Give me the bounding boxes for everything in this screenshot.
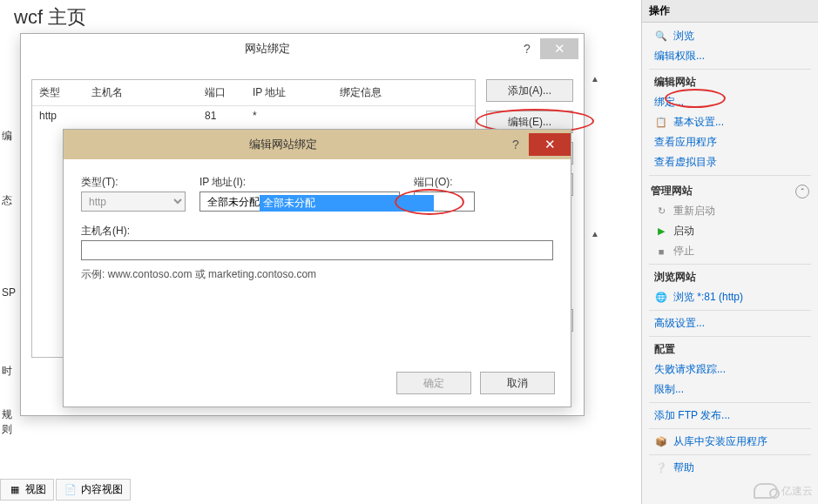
watermark-text: 亿速云: [781, 484, 813, 499]
section-label: 浏览网站: [654, 270, 696, 285]
content-view-tab[interactable]: 📄 内容视图: [56, 479, 131, 501]
action-label: 浏览 *:81 (http): [673, 290, 743, 305]
port-label: 端口(O):: [414, 175, 475, 190]
type-select: http: [81, 192, 186, 212]
left-txt: SP: [2, 286, 16, 299]
action-label: 帮助: [673, 460, 694, 475]
example-text: 示例: www.contoso.com 或 marketing.contoso.…: [81, 267, 553, 282]
play-icon: ▶: [654, 225, 668, 239]
watermark: 亿速云: [754, 483, 813, 499]
help-icon[interactable]: ?: [514, 42, 540, 56]
action-advanced[interactable]: 高级设置...: [642, 313, 818, 333]
section-manage-site: 管理网站ˆ: [642, 178, 818, 201]
left-txt: 态: [2, 193, 12, 208]
actions-panel: 操作 🔍浏览 编辑权限... 编辑网站 绑定... 📋基本设置... 查看应用程…: [641, 0, 818, 504]
close-icon[interactable]: ✕: [529, 133, 571, 156]
action-bindings[interactable]: 绑定...: [642, 92, 818, 112]
action-label: 基本设置...: [673, 115, 724, 130]
host-input[interactable]: [81, 240, 553, 260]
action-label: 停止: [673, 244, 694, 259]
restart-icon: ↻: [654, 205, 668, 218]
col-type[interactable]: 类型: [32, 80, 85, 105]
section-browse-site: 浏览网站: [642, 267, 818, 287]
gallery-icon: 📦: [654, 435, 668, 449]
action-add-ftp[interactable]: 添加 FTP 发布...: [642, 406, 818, 426]
action-start[interactable]: ▶启动: [642, 221, 818, 241]
section-label: 配置: [654, 342, 675, 357]
stop-icon: ■: [654, 245, 668, 259]
action-view-apps[interactable]: 查看应用程序: [642, 132, 818, 152]
action-browse-81[interactable]: 🌐浏览 *:81 (http): [642, 287, 818, 307]
content-view-label: 内容视图: [81, 482, 123, 497]
action-basic-settings[interactable]: 📋基本设置...: [642, 112, 818, 132]
collapse-icon[interactable]: ˆ: [795, 185, 809, 198]
view-icon: ▦: [8, 483, 22, 497]
cell-info: [333, 106, 475, 125]
view-tab-label: 视图: [25, 482, 46, 497]
action-label: 失败请求跟踪...: [654, 362, 726, 377]
action-install-gallery[interactable]: 📦从库中安装应用程序: [642, 432, 818, 452]
port-input[interactable]: [414, 192, 475, 212]
col-ip[interactable]: IP 地址: [246, 80, 333, 105]
content-icon: 📄: [64, 483, 78, 497]
globe-icon: 🌐: [654, 291, 668, 305]
section-label: 编辑网站: [654, 75, 696, 90]
action-label: 编辑权限...: [654, 49, 705, 64]
action-stop: ■停止: [642, 241, 818, 261]
section-edit-site: 编辑网站: [642, 72, 818, 92]
help-icon: ❔: [654, 461, 668, 475]
ip-label: IP 地址(I):: [199, 175, 400, 190]
action-label: 绑定...: [654, 95, 684, 110]
col-port[interactable]: 端口: [198, 80, 246, 105]
actions-header: 操作: [642, 0, 818, 23]
scroll-down-icon[interactable]: ▲: [591, 229, 599, 363]
cancel-button[interactable]: 取消: [480, 372, 555, 394]
table-row[interactable]: http 81 *: [32, 106, 475, 125]
action-limits[interactable]: 限制...: [642, 380, 818, 400]
action-label: 查看应用程序: [654, 135, 717, 150]
add-button[interactable]: 添加(A)...: [486, 79, 573, 102]
col-info[interactable]: 绑定信息: [333, 80, 475, 105]
cell-ip: *: [246, 106, 333, 125]
cell-type: http: [32, 106, 85, 125]
ip-select[interactable]: 全部未分配: [199, 192, 400, 212]
action-label: 添加 FTP 发布...: [654, 408, 730, 423]
view-tab[interactable]: ▦ 视图: [0, 479, 54, 501]
close-icon[interactable]: ✕: [540, 38, 578, 59]
action-help[interactable]: ❔帮助: [642, 458, 818, 478]
action-label: 启动: [673, 224, 694, 239]
action-view-vdirs[interactable]: 查看虚拟目录: [642, 152, 818, 172]
cell-host: [85, 106, 198, 125]
host-label: 主机名(H):: [81, 224, 553, 239]
ok-button[interactable]: 确定: [396, 372, 471, 394]
action-failed-req[interactable]: 失败请求跟踪...: [642, 360, 818, 380]
action-label: 重新启动: [673, 204, 715, 218]
action-label: 查看虚拟目录: [654, 155, 717, 170]
left-txt: 编: [2, 129, 12, 144]
edit-binding-dialog: 编辑网站绑定 ? ✕ 类型(T): http IP 地址(I): 全部未分配: [63, 129, 571, 407]
action-label: 从库中安装应用程序: [673, 434, 767, 449]
left-cropped-strip: 编 态 SP 时 规则: [0, 0, 15, 504]
page-title: wcf 主页: [14, 4, 86, 30]
action-label: 浏览: [673, 29, 694, 44]
settings-icon: 📋: [654, 116, 668, 130]
action-browse[interactable]: 🔍浏览: [642, 26, 818, 46]
cell-port: 81: [198, 106, 246, 125]
col-host[interactable]: 主机名: [85, 80, 198, 105]
help-icon[interactable]: ?: [503, 138, 529, 151]
browse-icon: 🔍: [654, 30, 668, 44]
action-restart: ↻重新启动: [642, 201, 818, 221]
type-label: 类型(T):: [81, 175, 186, 190]
section-config: 配置: [642, 339, 818, 360]
watermark-logo-icon: [754, 483, 778, 499]
left-txt: 规则: [2, 407, 15, 437]
section-label: 管理网站: [651, 184, 693, 198]
scroll-up-icon[interactable]: ▲: [591, 74, 599, 84]
left-txt: 时: [2, 364, 12, 379]
action-edit-permissions[interactable]: 编辑权限...: [642, 46, 818, 66]
dialog-title: 编辑网站绑定: [64, 137, 503, 152]
action-label: 限制...: [654, 382, 684, 397]
dialog-title: 网站绑定: [21, 41, 514, 57]
action-label: 高级设置...: [654, 316, 705, 331]
